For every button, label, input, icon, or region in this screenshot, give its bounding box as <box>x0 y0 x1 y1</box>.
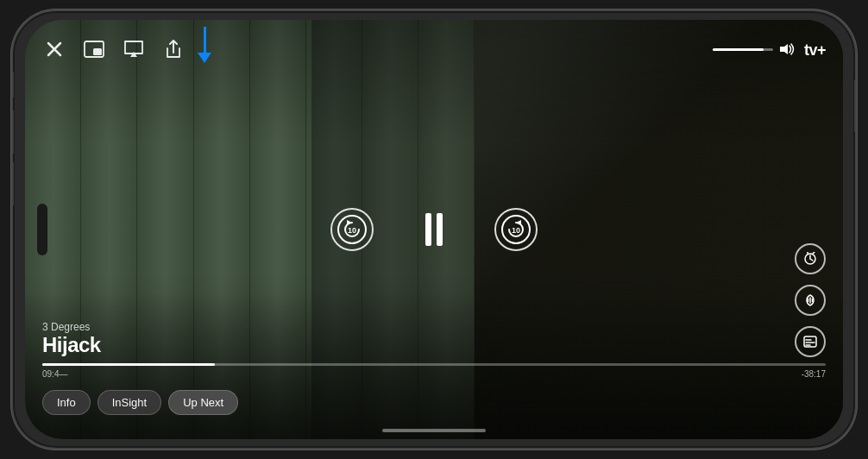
phone-frame: tv+ 10 <box>11 9 857 450</box>
volume-track <box>713 48 773 51</box>
top-left-controls <box>42 37 186 61</box>
svg-rect-3 <box>93 48 102 55</box>
close-button[interactable] <box>42 37 66 61</box>
pip-button[interactable] <box>82 37 106 61</box>
appletv-logo: tv+ <box>804 38 826 60</box>
apple-logo: tv+ <box>804 41 826 59</box>
progress-bar[interactable] <box>42 363 826 366</box>
insight-tab[interactable]: InSight <box>97 390 161 415</box>
progress-times: 09:4— -38:17 <box>42 369 826 379</box>
mute-button <box>11 72 14 97</box>
center-playback-controls: 10 10 <box>330 208 538 251</box>
svg-text:10: 10 <box>512 226 520 235</box>
progress-fill <box>42 363 215 366</box>
progress-section: 09:4— -38:17 <box>42 363 826 379</box>
up-next-tab[interactable]: Up Next <box>168 390 238 415</box>
top-right-controls: tv+ <box>713 38 826 60</box>
info-tab[interactable]: Info <box>42 390 91 415</box>
svg-text:10: 10 <box>348 226 356 235</box>
current-time: 09:4— <box>42 369 67 379</box>
bottom-tabs: Info InSight Up Next <box>42 390 238 415</box>
phone-screen: tv+ 10 <box>25 20 843 439</box>
camera-notch <box>37 204 47 255</box>
audio-button[interactable] <box>795 285 826 316</box>
volume-icon <box>778 42 796 56</box>
pause-icon <box>425 213 443 246</box>
volume-control[interactable] <box>713 42 796 56</box>
svg-marker-5 <box>347 220 352 225</box>
volume-down-button <box>11 162 14 205</box>
top-controls-bar: tv+ <box>42 37 826 61</box>
home-indicator <box>382 429 486 432</box>
playback-speed-button[interactable] <box>795 243 826 274</box>
power-button <box>854 80 857 132</box>
show-subtitle: 3 Degrees <box>42 321 101 333</box>
forward-10-button[interactable]: 10 <box>494 208 538 251</box>
show-info: 3 Degrees Hijack <box>42 321 101 357</box>
blue-arrow-indicator <box>198 27 211 63</box>
svg-marker-8 <box>516 220 521 225</box>
volume-fill <box>713 48 764 51</box>
rewind-10-button[interactable]: 10 <box>330 208 374 251</box>
pause-button[interactable] <box>425 213 443 246</box>
captions-button[interactable] <box>795 326 826 357</box>
show-title: Hijack <box>42 333 101 357</box>
volume-up-button <box>11 110 14 154</box>
right-side-controls <box>795 243 826 357</box>
airplay-button[interactable] <box>122 37 146 61</box>
remaining-time: -38:17 <box>802 369 826 379</box>
share-button[interactable] <box>161 37 186 61</box>
